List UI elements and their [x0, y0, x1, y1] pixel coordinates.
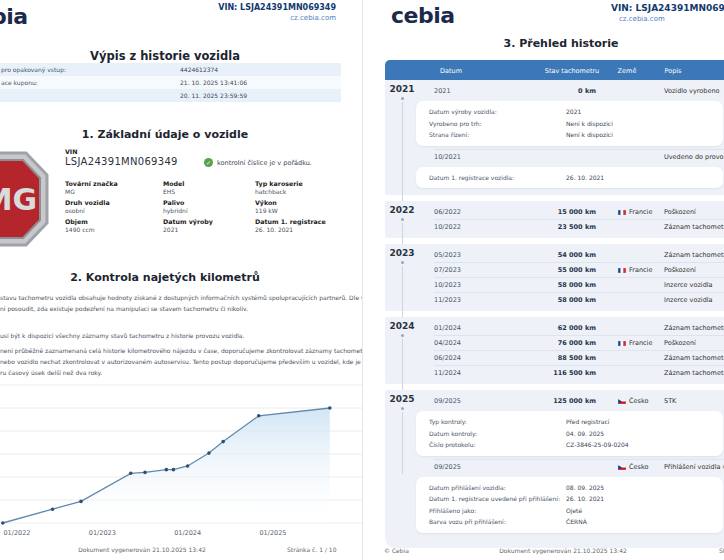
row-description: Záznam tachometru: [664, 369, 724, 377]
row-country: Francie: [629, 339, 652, 347]
detail-card: Datum 1. registrace vozidla:26. 10. 2021: [416, 167, 723, 189]
card-field-value: 04. 09. 2025: [566, 430, 604, 437]
year-group-2023: 202305/202354 000 kmZáznam tachometru07/…: [385, 244, 724, 311]
row-description: Poškození: [664, 208, 696, 216]
section1-title: 1. Základní údaje o vozidle: [0, 128, 330, 141]
field-value: hatchback: [255, 188, 286, 195]
row-country: Francie: [629, 266, 652, 274]
field-label: Objem: [65, 218, 88, 225]
row-description: Poškození: [664, 339, 696, 347]
vin-check-text: kontrolní číslice je v pořádku.: [217, 159, 312, 167]
table-row: 20210 kmVozidlo vyrobeno: [385, 83, 724, 98]
row-odometer: 0 km: [515, 87, 596, 95]
card-field-label: Strana řízení:: [429, 131, 469, 138]
footer-copyright: © Cebia: [384, 547, 409, 554]
footer-generated: Dokument vygenerován 21.10.2025 13:42: [62, 546, 222, 553]
field-value: MG: [65, 188, 75, 195]
detail-card: Datum výroby vozidla:2021Vyrobeno pro tr…: [416, 101, 723, 146]
card-field-label: Datum výroby vozidla:: [429, 108, 497, 115]
row-odometer: 76 000 km: [515, 339, 596, 347]
coupon-row: ace kuponu:21. 10. 2025 13:41:06: [0, 76, 341, 89]
vin-field-value: LSJA24391MN069349: [65, 156, 178, 167]
row-country: Česko: [629, 397, 648, 405]
text-line: ru časový úsek delší než dva roky.: [0, 367, 102, 378]
row-date: 2021: [434, 87, 451, 95]
row-date: 06/2024: [434, 354, 461, 362]
row-country: Francie: [629, 208, 652, 216]
card-field-value: 26. 10. 2021: [566, 495, 604, 502]
history-table-body: 202120210 kmVozidlo vyrobenoDatum výroby…: [385, 80, 724, 554]
section2-title: 2. Kontrola najetých kilometrů: [0, 271, 330, 284]
row-date: 01/2024: [434, 324, 461, 332]
footer-generated: Dokument vygenerován 21.10.2025 13:42: [483, 547, 643, 554]
page-title: 3. Přehled historie: [401, 37, 721, 50]
card-field-label: Přihlášeno jako:: [429, 507, 476, 514]
row-separator: [434, 219, 724, 220]
svg-text:01/2025: 01/2025: [259, 529, 286, 537]
cz-flag-icon: [618, 464, 626, 469]
card-field-value: 2021: [566, 108, 581, 115]
row-description: Záznam tachometru: [664, 324, 724, 332]
text-line: usí být k dispozici všechny záznamy stav…: [0, 330, 244, 341]
fr-flag-icon: [618, 340, 626, 345]
card-field-value: Ojeté: [566, 507, 582, 514]
row-description: Přihlášení vozidla v ČR: [664, 463, 724, 471]
table-row: 04/202476 000 kmFranciePoškození: [385, 335, 724, 350]
detail-card: Datum přihlášení vozidla:08. 09. 2025Dat…: [416, 477, 723, 533]
field-label: Typ karoserie: [255, 180, 303, 187]
coupon-row-label: ace kuponu:: [1, 79, 38, 86]
card-field-value: ČERNÁ: [566, 518, 587, 525]
row-separator: [434, 335, 724, 336]
text-line: ní posoudit, zda existuje podezření na m…: [0, 303, 248, 314]
mileage-line-chart: 01/202201/202301/202401/2025: [0, 378, 362, 550]
column-header: Země: [618, 67, 637, 75]
detail-card: Typ kontroly:Před registracíDatum kontro…: [416, 411, 723, 456]
table-row: 10/202358 000 kmInzerce vozidla: [385, 277, 724, 292]
row-separator: [434, 277, 724, 278]
table-row: 09/2025ČeskoPřihlášení vozidla v ČR: [385, 459, 724, 474]
field-value: 2021: [163, 226, 178, 233]
site-link[interactable]: cz.cebia.com: [56, 14, 336, 22]
card-field-label: Číslo protokolu:: [429, 441, 476, 448]
card-field-value: Není k dispozici: [566, 120, 613, 127]
year-group-2022: 202206/202215 000 kmFranciePoškození10/2…: [385, 201, 724, 238]
row-description: Inzerce vozidla: [664, 281, 713, 289]
row-separator: [434, 149, 724, 150]
row-description: Poškození: [664, 266, 696, 274]
report-page-1: cebia VIN: LSJA24391MN069349 cz.cebia.co…: [0, 0, 362, 560]
row-date: 10/2021: [434, 153, 461, 161]
row-odometer: 88 500 km: [515, 354, 596, 362]
fr-flag-icon: [618, 209, 626, 214]
row-date: 09/2025: [434, 397, 461, 405]
table-row: 06/202488 500 kmZáznam tachometru: [385, 350, 724, 365]
field-value: osobní: [65, 207, 85, 214]
site-link[interactable]: cz.cebia.com: [619, 15, 665, 23]
row-odometer: 125 000 km: [515, 397, 596, 405]
footer-page-number: Stránka č. 2 / 10: [719, 547, 724, 554]
row-description: Uvedeno do provozu: [664, 153, 724, 161]
field-label: Výkon: [255, 199, 277, 206]
field-label: Palivo: [163, 199, 184, 206]
svg-text:MG: MG: [0, 182, 37, 217]
table-row: 07/202355 000 kmFranciePoškození: [385, 262, 724, 277]
row-description: Vozidlo vyrobeno: [664, 87, 720, 95]
field-label: Tovární značka: [65, 180, 118, 187]
card-field-label: Barva vozu při přihlášení:: [429, 518, 506, 525]
row-date: 10/2023: [434, 281, 461, 289]
vin-field-label: VIN: [65, 148, 78, 155]
card-field-label: Datum 1. registrace uvedené při přihláše…: [429, 495, 560, 502]
row-date: 05/2023: [434, 251, 461, 259]
row-description: Záznam tachometru: [664, 251, 724, 259]
report-page-2: cebia VIN: LSJA24391MN069349 cz.cebia.co…: [362, 0, 724, 560]
field-label: Model: [163, 180, 185, 187]
table-row: 11/2024116 500 kmZáznam tachometru: [385, 365, 724, 380]
row-odometer: 62 000 km: [515, 324, 596, 332]
text-line: není průběžně zaznamenaná celá historie …: [0, 345, 362, 356]
cebia-logo: cebia: [0, 4, 28, 29]
svg-text:01/2022: 01/2022: [3, 529, 30, 537]
row-separator: [434, 292, 724, 293]
cebia-logo: cebia: [391, 3, 455, 28]
text-line: stavu tachometru vozidla obsahuje hodnot…: [0, 292, 362, 303]
year-group-2025: 202509/2025125 000 kmČeskoSTKTyp kontrol…: [385, 390, 724, 548]
field-value: hybridní: [163, 207, 188, 214]
